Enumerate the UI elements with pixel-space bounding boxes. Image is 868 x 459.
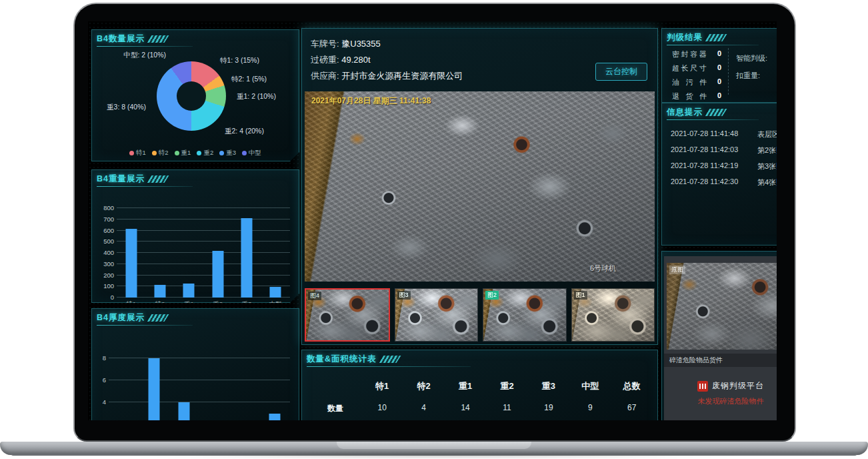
table-cell: 19: [528, 399, 569, 418]
thumbnail-badge: 图1: [574, 291, 587, 300]
thumbnail-badge: 图4: [308, 292, 321, 300]
bar-slot: [232, 208, 261, 298]
plate-label: 车牌号:: [311, 39, 339, 49]
bar-slot: [117, 208, 145, 298]
platform-brand: 废钢判级平台: [664, 380, 777, 392]
plate-value: 豫U35355: [341, 39, 381, 49]
legend-item[interactable]: 特2: [152, 149, 169, 157]
quantity-donut-chart[interactable]: 特1: 3 (15%) 特2: 1 (5%) 重1: 2 (10%) 重2: 4…: [91, 45, 299, 144]
legend-dot-icon: [242, 151, 247, 155]
message-row: 2021-07-28 11:42:03 第2张照片表层开: [671, 145, 777, 155]
grading-row: 油污件 0: [672, 77, 721, 87]
legend-dot-icon: [152, 151, 157, 155]
grading-value: 0: [717, 49, 721, 59]
panel-title: B4厚度展示: [97, 312, 145, 324]
thumbnail[interactable]: 图1: [571, 288, 655, 342]
category-label: 特1: [117, 300, 145, 309]
ptz-control-button[interactable]: 云台控制: [595, 63, 647, 81]
bar-slot: [260, 347, 290, 420]
panel-title: 信息提示: [667, 107, 703, 118]
bar: [241, 218, 252, 298]
table-cell: 11: [486, 399, 527, 418]
bar-slot: [145, 208, 174, 298]
stats-table: 特1特2重1重2重3中型总数数量104141119967面积———————: [309, 376, 653, 420]
panel-grading-result: 判级结果 密封容器 0 超长尺寸 0 油污件 0: [661, 28, 777, 103]
bars: [109, 347, 290, 420]
bar: [269, 414, 281, 420]
weight-bar-chart[interactable]: 0100200300400500600700800 特1特2重1重2重3中型: [91, 184, 299, 303]
message-text: 表层区域计算成: [757, 129, 777, 139]
legend-item[interactable]: 重3: [219, 149, 236, 157]
hazard-warning-text: 未发现碎渣危险物件: [664, 396, 777, 406]
panel-main-video: 车牌号: 豫U35355 过磅重: 49.280t 供应商: 开封市金火源再生资…: [301, 28, 658, 345]
donut-callout: 特1: 3 (15%): [220, 56, 259, 65]
photo-timestamp: 2021年07月28日 星期三 11:41:38: [311, 95, 431, 107]
legend-item[interactable]: 重1: [175, 149, 191, 157]
grading-value: 0: [717, 63, 721, 73]
title-deco-icon: [147, 35, 169, 43]
donut-ring[interactable]: [157, 61, 226, 131]
table-header-cell: 重3: [528, 376, 569, 396]
panel-header: B4数量展示: [91, 29, 299, 46]
panel-thickness: B4厚度展示 2468 特1特2重1重2重3中型: [91, 308, 299, 420]
thumbnail-badge: 图3: [397, 291, 411, 300]
legend-item[interactable]: 重2: [197, 149, 213, 157]
category-label: 中型: [261, 300, 290, 309]
panel-title: 判级结果: [667, 32, 703, 43]
bar: [179, 402, 190, 420]
camera-watermark: 6号球机: [590, 264, 616, 274]
grading-value: 0: [717, 91, 721, 101]
platform-logo-icon: [697, 381, 708, 392]
legend-dot-icon: [175, 151, 179, 155]
bar-slot: [139, 347, 169, 420]
vehicle-weight-row: 过磅重: 49.280t: [311, 52, 463, 68]
plot-area: 0100200300400500600700800: [117, 208, 290, 298]
grading-row: 超长尺寸 0: [672, 63, 721, 73]
main-camera-photo[interactable]: 2021年07月28日 星期三 11:41:38 6号球机: [305, 91, 655, 282]
message-text: 第2张照片表层开: [757, 145, 777, 155]
thumbnail[interactable]: 图2: [483, 288, 567, 342]
vehicle-info: 车牌号: 豫U35355 过磅重: 49.280t 供应商: 开封市金火源再生资…: [311, 36, 463, 84]
original-image-tag: 原图: [669, 266, 685, 274]
laptop-mockup: B4数量展示 特1: 3 (15%) 特2: 1 (5%) 重1: 2 (10%…: [0, 0, 868, 459]
grading-label: 退货件: [672, 91, 707, 101]
legend-dot-icon: [197, 151, 201, 155]
panel-stats-table: 数量&面积统计表 特1特2重1重2重3中型总数数量104141119967面积—…: [301, 350, 658, 420]
thumbnail[interactable]: 图3: [395, 288, 479, 342]
bar-slot: [203, 208, 232, 298]
vehicle-plate-row: 车牌号: 豫U35355: [311, 36, 463, 52]
message-row: 2021-07-28 11:42:19 第3张照片表层开: [671, 161, 777, 171]
laptop-base-notch: [337, 442, 531, 449]
category-label: 重1: [175, 300, 203, 309]
bar-slot: [229, 347, 259, 420]
legend-item[interactable]: 特1: [129, 149, 146, 157]
thickness-bar-chart[interactable]: 2468 特1特2重1重2重3中型: [91, 323, 299, 420]
message-row: 2021-07-28 11:41:48 表层区域计算成: [671, 129, 777, 139]
bar: [183, 284, 195, 298]
panel-header: 判级结果: [661, 28, 777, 45]
bar-slot: [199, 347, 229, 420]
table-header-cell: 特1: [361, 376, 403, 396]
bar-slot: [169, 347, 199, 420]
thumbnail-selected[interactable]: 图4: [305, 288, 390, 342]
smart-grade-label: 智能判级:: [736, 49, 767, 67]
legend-item[interactable]: 中型: [242, 149, 261, 157]
grading-label: 密封容器: [672, 49, 707, 59]
laptop-shadow: [16, 455, 852, 459]
panel-weight: B4重量展示 0100200300400500600700800 特1特2重1重…: [91, 169, 299, 303]
hazard-original-image[interactable]: 原图: [667, 263, 777, 350]
panel-messages: 信息提示 2021-07-28 11:41:48 表层区域计算成 2021-07…: [661, 103, 777, 246]
title-deco-icon: [705, 34, 727, 41]
panel-title: B4重量展示: [97, 173, 145, 185]
dashboard: B4数量展示 特1: 3 (15%) 特2: 1 (5%) 重1: 2 (10%…: [88, 21, 777, 420]
bar: [125, 229, 137, 298]
bar: [148, 358, 159, 420]
bar: [270, 287, 281, 298]
supplier-label: 供应商:: [311, 71, 339, 81]
table-cell: 4: [403, 399, 444, 418]
table-header-cell: 特2: [403, 376, 444, 396]
table-header-cell: [309, 376, 361, 396]
table-cell: 10: [361, 399, 403, 418]
message-text: 第3张照片表层开: [757, 161, 777, 171]
bar-slot: [261, 208, 290, 298]
